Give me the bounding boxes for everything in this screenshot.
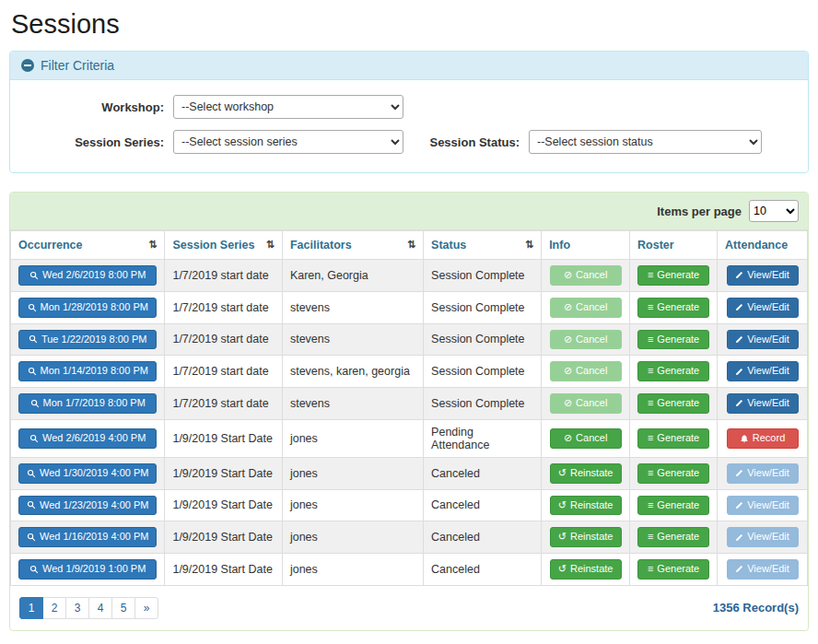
occurrence-button[interactable]: Mon 1/14/2019 8:00 PM <box>18 361 157 381</box>
occurrence-button[interactable]: Mon 1/28/2019 8:00 PM <box>18 298 157 318</box>
search-icon <box>29 565 39 574</box>
view-edit-button[interactable]: View/Edit <box>727 527 799 547</box>
occurrence-button-label: Wed 1/23/2019 4:00 PM <box>40 499 148 512</box>
generate-button[interactable]: ≡Generate <box>637 265 709 286</box>
undo-icon: ↺ <box>558 563 567 576</box>
column-header-facilitators[interactable]: Facilitators⇅ <box>282 231 423 260</box>
info-cell: ↺Reinstate <box>542 489 630 521</box>
view-edit-button-label: View/Edit <box>747 397 789 410</box>
generate-button[interactable]: ≡Generate <box>637 330 709 350</box>
view-edit-button[interactable]: View/Edit <box>727 559 799 580</box>
session-series-select[interactable]: --Select session series <box>173 130 403 154</box>
generate-button[interactable]: ≡Generate <box>637 298 709 318</box>
view-edit-button[interactable]: View/Edit <box>727 496 799 516</box>
filter-criteria-header[interactable]: Filter Criteria <box>10 52 808 80</box>
session-status-select[interactable]: --Select session status <box>529 130 762 154</box>
session-status-label: Session Status: <box>409 135 520 149</box>
record-button[interactable]: Record <box>727 428 799 449</box>
page-button-5[interactable]: 5 <box>111 597 135 619</box>
column-header-session-series[interactable]: Session Series⇅ <box>165 231 282 260</box>
status-cell: Canceled <box>424 554 542 586</box>
reinstate-button[interactable]: ↺Reinstate <box>550 527 622 547</box>
items-per-page-select[interactable]: 10 <box>749 200 799 222</box>
generate-button[interactable]: ≡Generate <box>637 559 709 580</box>
roster-cell: ≡Generate <box>630 291 718 323</box>
collapse-minus-icon[interactable] <box>21 59 34 72</box>
pencil-icon <box>735 368 743 376</box>
sort-icon[interactable]: ⇅ <box>266 239 275 251</box>
view-edit-button[interactable]: View/Edit <box>727 393 799 414</box>
occurrence-button[interactable]: Wed 1/16/2019 4:00 PM <box>18 527 157 547</box>
facilitators-cell: stevens <box>282 388 423 420</box>
cancel-button[interactable]: ⊘Cancel <box>550 393 622 414</box>
occurrence-button[interactable]: Wed 1/30/2019 4:00 PM <box>18 463 157 484</box>
reinstate-button[interactable]: ↺Reinstate <box>550 496 622 516</box>
occurrence-button[interactable]: Wed 1/9/2019 1:00 PM <box>18 559 157 580</box>
cancel-button[interactable]: ⊘Cancel <box>550 298 622 318</box>
cancel-button[interactable]: ⊘Cancel <box>550 428 622 449</box>
generate-button[interactable]: ≡Generate <box>637 428 709 449</box>
ban-icon: ⊘ <box>564 301 572 314</box>
occurrence-button[interactable]: Wed 1/23/2019 4:00 PM <box>18 496 157 516</box>
generate-button[interactable]: ≡Generate <box>637 393 709 414</box>
facilitators-cell: Karen, Georgia <box>282 260 423 292</box>
info-cell: ⊘Cancel <box>542 356 630 388</box>
generate-button-label: Generate <box>657 301 699 314</box>
generate-button[interactable]: ≡Generate <box>637 463 709 484</box>
status-cell: Session Complete <box>424 356 542 388</box>
column-header-occurrence[interactable]: Occurrence⇅ <box>11 231 165 260</box>
workshop-select[interactable]: --Select workshop <box>173 95 403 119</box>
sort-icon[interactable]: ⇅ <box>525 239 533 251</box>
page-button-2[interactable]: 2 <box>42 597 66 619</box>
reinstate-button[interactable]: ↺Reinstate <box>550 463 622 484</box>
occurrence-button-label: Wed 1/30/2019 4:00 PM <box>40 467 148 480</box>
session-row: Wed 1/16/2019 4:00 PM1/9/2019 Start Date… <box>11 521 808 554</box>
page-button-3[interactable]: 3 <box>65 597 89 619</box>
bars-icon: ≡ <box>648 499 653 512</box>
page-button-[interactable]: » <box>134 597 158 619</box>
facilitators-cell: jones <box>282 419 423 457</box>
occurrence-button[interactable]: Wed 2/6/2019 4:00 PM <box>18 428 157 449</box>
roster-cell: ≡Generate <box>630 457 718 489</box>
reinstate-button[interactable]: ↺Reinstate <box>550 559 622 580</box>
page-button-1[interactable]: 1 <box>19 597 43 619</box>
view-edit-button[interactable]: View/Edit <box>727 298 799 318</box>
roster-cell: ≡Generate <box>630 419 718 457</box>
facilitators-cell: jones <box>282 554 423 586</box>
info-cell: ↺Reinstate <box>542 554 630 586</box>
reinstate-button-label: Reinstate <box>570 467 613 480</box>
session-series-cell: 1/7/2019 start date <box>165 323 282 356</box>
pencil-icon <box>735 399 743 407</box>
search-icon <box>27 469 36 478</box>
occurrence-button[interactable]: Wed 2/6/2019 8:00 PM <box>18 265 157 286</box>
view-edit-button[interactable]: View/Edit <box>727 463 799 484</box>
session-series-cell: 1/9/2019 Start Date <box>165 457 282 489</box>
bars-icon: ≡ <box>648 563 653 576</box>
bars-icon: ≡ <box>648 432 653 445</box>
view-edit-button-label: View/Edit <box>747 531 789 544</box>
sort-icon[interactable]: ⇅ <box>148 239 157 251</box>
status-cell: Session Complete <box>424 260 542 292</box>
view-edit-button[interactable]: View/Edit <box>727 330 799 350</box>
column-header-attendance: Attendance <box>718 231 808 260</box>
sort-icon[interactable]: ⇅ <box>407 239 415 251</box>
view-edit-button[interactable]: View/Edit <box>727 265 799 286</box>
cancel-button[interactable]: ⊘Cancel <box>550 330 622 350</box>
session-status-field: Session Status: --Select session status <box>409 130 797 154</box>
cancel-button[interactable]: ⊘Cancel <box>550 361 622 381</box>
column-header-status[interactable]: Status⇅ <box>424 231 542 260</box>
attendance-cell: View/Edit <box>718 457 808 489</box>
view-edit-button[interactable]: View/Edit <box>727 361 799 381</box>
occurrence-button[interactable]: Tue 1/22/2019 8:00 PM <box>18 330 157 350</box>
session-row: Wed 1/30/2019 4:00 PM1/9/2019 Start Date… <box>11 457 808 489</box>
column-header-roster: Roster <box>630 231 718 260</box>
sessions-page: Sessions Filter Criteria Workshop: --Sel… <box>0 9 818 644</box>
generate-button[interactable]: ≡Generate <box>637 361 709 381</box>
cancel-button[interactable]: ⊘Cancel <box>550 265 622 286</box>
occurrence-button[interactable]: Mon 1/7/2019 8:00 PM <box>18 393 157 414</box>
page-button-4[interactable]: 4 <box>88 597 112 619</box>
generate-button[interactable]: ≡Generate <box>637 496 709 516</box>
ban-icon: ⊘ <box>564 269 572 282</box>
search-icon <box>28 367 37 376</box>
generate-button[interactable]: ≡Generate <box>637 527 709 547</box>
